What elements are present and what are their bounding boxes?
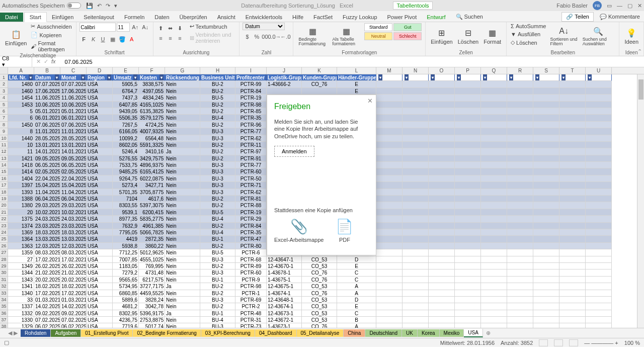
tab-file[interactable]: Datei [0, 13, 23, 22]
cell[interactable]: 7279,2 [113, 269, 139, 276]
cell[interactable]: Nein [165, 229, 200, 236]
cell[interactable]: 1404 [8, 175, 34, 182]
cell[interactable]: Nein [165, 142, 200, 148]
cell[interactable]: 11.01.2021 [60, 128, 87, 135]
cell[interactable]: BU-2 [200, 148, 235, 155]
sheet-tab-china[interactable]: China [344, 329, 365, 337]
save-icon[interactable]: 💾 [86, 3, 93, 9]
cell[interactable]: 06.01.2021 [60, 115, 87, 121]
cell[interactable]: 28.05.2025 [60, 135, 87, 142]
cell[interactable]: 24.03.2025 [60, 216, 87, 222]
cell[interactable]: 26.02.2025 [60, 263, 87, 269]
cell[interactable]: PCTR-35 [235, 229, 267, 236]
cell[interactable]: PCTR-47 [235, 236, 267, 242]
cell[interactable]: BU-1 [200, 277, 235, 283]
cell[interactable]: Nein [165, 102, 200, 108]
cell[interactable]: 3410,16 [139, 148, 165, 155]
cell[interactable]: CO_76 [302, 277, 337, 283]
cell[interactable]: BU-2 [200, 155, 235, 162]
cell[interactable]: 10.06.2025 [60, 102, 87, 108]
merge-center-button[interactable]: ⊞ Verbinden und zentrieren [189, 31, 236, 44]
column-header[interactable]: M [376, 67, 403, 74]
cell[interactable]: CO_53 [302, 317, 337, 323]
find-select-button[interactable]: 🔍Suchen und Auswählen [581, 23, 616, 50]
column-header[interactable]: C [60, 67, 87, 74]
table-column-header[interactable]: Umsatz [113, 74, 139, 81]
tab-design[interactable]: Entwurf [422, 13, 450, 22]
cell[interactable]: 4724,25 [139, 122, 165, 128]
cell[interactable]: BU-3 [200, 256, 235, 263]
autosum-button[interactable]: Σ AutoSumme [510, 23, 547, 30]
cell[interactable]: PCTR-31 [235, 317, 267, 323]
cell[interactable]: 7437,3 [113, 95, 139, 101]
cell[interactable]: USA [87, 102, 113, 108]
align-middle-icon[interactable]: ⬌ [166, 24, 175, 33]
zoom-slider[interactable]: — ———— + [584, 340, 618, 346]
table-column-header[interactable]: Rücksendung [165, 74, 200, 81]
row-header[interactable]: 12 [0, 148, 8, 155]
cell[interactable]: PCTR-2 [235, 303, 267, 310]
cell[interactable]: USA [87, 277, 113, 283]
percent-icon[interactable]: % [252, 32, 261, 41]
cell[interactable]: 1344 [8, 269, 34, 276]
row-header[interactable]: 17 [0, 182, 8, 189]
cell[interactable]: BU-4 [200, 216, 235, 222]
cell[interactable]: USA [87, 115, 113, 121]
style-bad[interactable]: Schlecht [393, 32, 422, 40]
cell[interactable]: 12-43647-1 [267, 256, 302, 263]
table-column-header[interactable]: Kunden-Gruppe [302, 74, 337, 81]
cell[interactable]: 10.06.2025 [34, 102, 60, 108]
cell[interactable]: USA [87, 128, 113, 135]
cell[interactable]: 9439,05 [113, 108, 139, 115]
cell[interactable]: 3705,8775 [139, 189, 165, 196]
cell[interactable]: Nein [165, 115, 200, 121]
page-layout-view-icon[interactable] [554, 339, 563, 346]
cell[interactable]: 6764,7 [113, 88, 139, 95]
table-column-header[interactable]: Monat [60, 74, 87, 81]
ribbon-display-icon[interactable]: ▭ [607, 3, 612, 9]
cell[interactable]: 1418 [8, 162, 34, 168]
cell[interactable]: 1460 [8, 88, 34, 95]
cell[interactable]: C [337, 269, 376, 276]
cell[interactable]: USA [87, 148, 113, 155]
cell[interactable]: Nein [165, 108, 200, 115]
cell[interactable]: CO_76 [302, 269, 337, 276]
cell[interactable]: Nein [165, 323, 200, 328]
cell[interactable]: BU-2 [200, 223, 235, 229]
column-header[interactable]: T [559, 67, 586, 74]
cell[interactable]: 1-43674-1 [267, 290, 302, 297]
cell[interactable]: 26.02.2025 [34, 263, 60, 269]
cell[interactable]: Nein [165, 88, 200, 95]
cell[interactable]: 1374 [8, 223, 34, 229]
row-header[interactable]: 28 [0, 256, 8, 263]
delete-cells-button[interactable]: ⊟Löschen [456, 23, 481, 50]
cell[interactable]: 14.01.2021 [34, 148, 60, 155]
tab-factset[interactable]: FactSet [308, 13, 338, 22]
style-neutral[interactable]: Neutral [364, 32, 392, 40]
fill-button[interactable]: ▼ Ausfüllen [510, 31, 547, 38]
column-header[interactable]: G [165, 67, 200, 74]
cell[interactable]: 8602,05 [113, 142, 139, 148]
cell[interactable]: Nein [165, 277, 200, 283]
cell[interactable]: Nein [165, 122, 200, 128]
cell[interactable]: 6217,575 [139, 277, 165, 283]
cell[interactable]: 5889,6 [113, 297, 139, 303]
row-header[interactable]: 2 [0, 81, 8, 87]
row-header[interactable]: 33 [0, 290, 8, 297]
cell[interactable]: 05.01.2021 [60, 108, 87, 115]
tab-powerpivot[interactable]: Power Pivot [382, 13, 422, 22]
row-header[interactable]: 26 [0, 243, 8, 249]
formula-input[interactable]: 07.06.2025 [62, 58, 644, 66]
cell[interactable]: 8 [8, 128, 34, 135]
column-header[interactable]: J [267, 67, 302, 74]
cell[interactable]: 1337 [8, 303, 34, 310]
cancel-formula-icon[interactable]: ✕ [36, 58, 41, 65]
cell[interactable]: 6165,4125 [139, 168, 165, 175]
cell[interactable]: B [337, 317, 376, 323]
cell[interactable]: CO_53 [302, 310, 337, 317]
cell[interactable]: A [337, 323, 376, 328]
cell[interactable]: PCTR-97 [235, 148, 267, 155]
tab-pagelayout[interactable]: Seitenlayout [78, 13, 119, 22]
insert-cells-button[interactable]: ⊞Einfügen [429, 23, 454, 50]
row-header[interactable]: 36 [0, 310, 8, 317]
